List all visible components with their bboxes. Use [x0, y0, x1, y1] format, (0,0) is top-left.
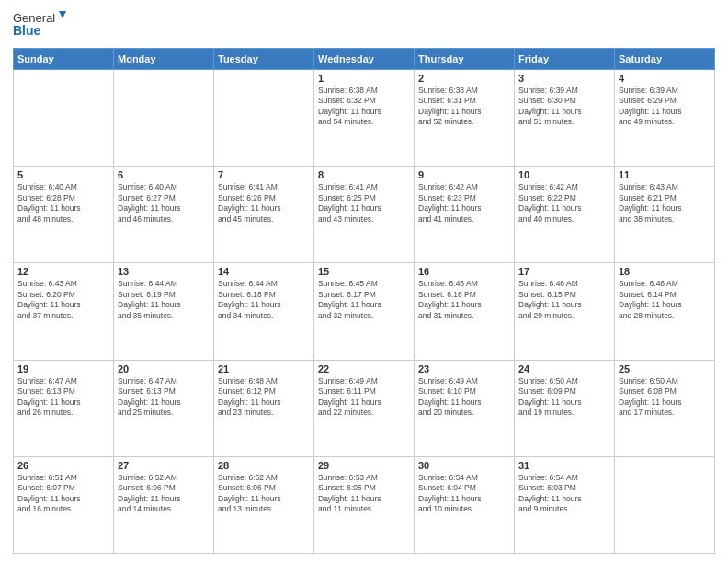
- calendar-cell: 5Sunrise: 6:40 AM Sunset: 6:28 PM Daylig…: [14, 167, 114, 263]
- logo: General Blue: [13, 9, 68, 42]
- day-number: 26: [17, 460, 109, 471]
- calendar-cell: 21Sunrise: 6:48 AM Sunset: 6:12 PM Dayli…: [214, 360, 314, 456]
- day-number: 27: [118, 460, 210, 471]
- day-number: 8: [318, 169, 410, 180]
- day-info: Sunrise: 6:53 AM Sunset: 6:05 PM Dayligh…: [318, 473, 410, 515]
- calendar-cell: 3Sunrise: 6:39 AM Sunset: 6:30 PM Daylig…: [515, 70, 615, 167]
- day-info: Sunrise: 6:41 AM Sunset: 6:26 PM Dayligh…: [218, 182, 310, 224]
- weekday-header-wednesday: Wednesday: [314, 49, 415, 70]
- calendar-cell: 28Sunrise: 6:52 AM Sunset: 6:06 PM Dayli…: [214, 456, 314, 553]
- day-info: Sunrise: 6:54 AM Sunset: 6:04 PM Dayligh…: [418, 473, 510, 515]
- day-info: Sunrise: 6:38 AM Sunset: 6:31 PM Dayligh…: [418, 86, 510, 128]
- calendar-cell: [114, 70, 214, 167]
- calendar-cell: 6Sunrise: 6:40 AM Sunset: 6:27 PM Daylig…: [114, 167, 214, 263]
- day-info: Sunrise: 6:51 AM Sunset: 6:07 PM Dayligh…: [17, 473, 109, 515]
- calendar-cell: [14, 70, 114, 167]
- day-number: 5: [17, 169, 109, 180]
- weekday-header-saturday: Saturday: [615, 49, 715, 70]
- day-info: Sunrise: 6:45 AM Sunset: 6:16 PM Dayligh…: [418, 279, 510, 321]
- day-info: Sunrise: 6:46 AM Sunset: 6:15 PM Dayligh…: [518, 279, 610, 321]
- day-info: Sunrise: 6:49 AM Sunset: 6:10 PM Dayligh…: [418, 376, 510, 419]
- day-info: Sunrise: 6:54 AM Sunset: 6:03 PM Dayligh…: [518, 473, 610, 515]
- calendar-cell: 9Sunrise: 6:42 AM Sunset: 6:23 PM Daylig…: [415, 167, 515, 263]
- svg-text:Blue: Blue: [13, 23, 41, 38]
- calendar-cell: 16Sunrise: 6:45 AM Sunset: 6:16 PM Dayli…: [415, 263, 515, 360]
- day-number: 22: [318, 363, 410, 374]
- weekday-header-sunday: Sunday: [14, 49, 114, 70]
- day-info: Sunrise: 6:46 AM Sunset: 6:14 PM Dayligh…: [619, 279, 711, 321]
- day-info: Sunrise: 6:44 AM Sunset: 6:19 PM Dayligh…: [118, 279, 210, 321]
- day-number: 23: [418, 363, 510, 374]
- day-info: Sunrise: 6:47 AM Sunset: 6:13 PM Dayligh…: [118, 376, 210, 419]
- day-info: Sunrise: 6:41 AM Sunset: 6:25 PM Dayligh…: [318, 182, 410, 224]
- calendar-cell: 13Sunrise: 6:44 AM Sunset: 6:19 PM Dayli…: [114, 263, 214, 360]
- calendar-cell: 29Sunrise: 6:53 AM Sunset: 6:05 PM Dayli…: [314, 456, 415, 553]
- calendar-cell: 30Sunrise: 6:54 AM Sunset: 6:04 PM Dayli…: [415, 456, 515, 553]
- day-number: 29: [318, 460, 410, 471]
- day-info: Sunrise: 6:50 AM Sunset: 6:08 PM Dayligh…: [619, 376, 711, 419]
- calendar-cell: 14Sunrise: 6:44 AM Sunset: 6:18 PM Dayli…: [214, 263, 314, 360]
- weekday-header-friday: Friday: [515, 49, 615, 70]
- logo-svg: General Blue: [13, 9, 68, 42]
- day-number: 28: [218, 460, 310, 471]
- weekday-header-thursday: Thursday: [415, 49, 515, 70]
- calendar-cell: 12Sunrise: 6:43 AM Sunset: 6:20 PM Dayli…: [14, 263, 114, 360]
- day-number: 25: [619, 363, 711, 374]
- calendar-cell: 20Sunrise: 6:47 AM Sunset: 6:13 PM Dayli…: [114, 360, 214, 456]
- calendar-cell: 8Sunrise: 6:41 AM Sunset: 6:25 PM Daylig…: [314, 167, 415, 263]
- calendar-cell: 15Sunrise: 6:45 AM Sunset: 6:17 PM Dayli…: [314, 263, 415, 360]
- calendar-cell: 4Sunrise: 6:39 AM Sunset: 6:29 PM Daylig…: [615, 70, 715, 167]
- day-info: Sunrise: 6:43 AM Sunset: 6:20 PM Dayligh…: [17, 279, 109, 321]
- calendar-cell: 2Sunrise: 6:38 AM Sunset: 6:31 PM Daylig…: [415, 70, 515, 167]
- day-info: Sunrise: 6:45 AM Sunset: 6:17 PM Dayligh…: [318, 279, 410, 321]
- calendar-cell: 19Sunrise: 6:47 AM Sunset: 6:13 PM Dayli…: [14, 360, 114, 456]
- day-number: 4: [619, 73, 711, 84]
- day-number: 21: [218, 363, 310, 374]
- day-info: Sunrise: 6:52 AM Sunset: 6:06 PM Dayligh…: [218, 473, 310, 515]
- day-info: Sunrise: 6:49 AM Sunset: 6:11 PM Dayligh…: [318, 376, 410, 419]
- header: General Blue: [13, 9, 715, 42]
- calendar-cell: 23Sunrise: 6:49 AM Sunset: 6:10 PM Dayli…: [415, 360, 515, 456]
- calendar-cell: 26Sunrise: 6:51 AM Sunset: 6:07 PM Dayli…: [14, 456, 114, 553]
- calendar-cell: [615, 456, 715, 553]
- svg-marker-2: [59, 11, 66, 18]
- calendar-cell: 27Sunrise: 6:52 AM Sunset: 6:06 PM Dayli…: [114, 456, 214, 553]
- day-info: Sunrise: 6:40 AM Sunset: 6:27 PM Dayligh…: [118, 182, 210, 224]
- weekday-header-monday: Monday: [114, 49, 214, 70]
- day-number: 13: [118, 266, 210, 277]
- day-number: 31: [518, 460, 610, 471]
- calendar-cell: 11Sunrise: 6:43 AM Sunset: 6:21 PM Dayli…: [615, 167, 715, 263]
- calendar-cell: 1Sunrise: 6:38 AM Sunset: 6:32 PM Daylig…: [314, 70, 415, 167]
- calendar-cell: 7Sunrise: 6:41 AM Sunset: 6:26 PM Daylig…: [214, 167, 314, 263]
- day-info: Sunrise: 6:43 AM Sunset: 6:21 PM Dayligh…: [619, 182, 711, 224]
- day-info: Sunrise: 6:48 AM Sunset: 6:12 PM Dayligh…: [218, 376, 310, 419]
- calendar-cell: [214, 70, 314, 167]
- calendar: SundayMondayTuesdayWednesdayThursdayFrid…: [13, 48, 715, 554]
- day-number: 14: [218, 266, 310, 277]
- day-number: 20: [118, 363, 210, 374]
- day-number: 24: [518, 363, 610, 374]
- day-info: Sunrise: 6:50 AM Sunset: 6:09 PM Dayligh…: [518, 376, 610, 419]
- day-info: Sunrise: 6:42 AM Sunset: 6:22 PM Dayligh…: [518, 182, 610, 224]
- weekday-header-tuesday: Tuesday: [214, 49, 314, 70]
- day-number: 9: [418, 169, 510, 180]
- day-number: 1: [318, 73, 410, 84]
- calendar-cell: 24Sunrise: 6:50 AM Sunset: 6:09 PM Dayli…: [515, 360, 615, 456]
- calendar-cell: 10Sunrise: 6:42 AM Sunset: 6:22 PM Dayli…: [515, 167, 615, 263]
- day-info: Sunrise: 6:39 AM Sunset: 6:29 PM Dayligh…: [619, 86, 711, 128]
- calendar-cell: 18Sunrise: 6:46 AM Sunset: 6:14 PM Dayli…: [615, 263, 715, 360]
- day-number: 7: [218, 169, 310, 180]
- calendar-cell: 22Sunrise: 6:49 AM Sunset: 6:11 PM Dayli…: [314, 360, 415, 456]
- calendar-cell: 17Sunrise: 6:46 AM Sunset: 6:15 PM Dayli…: [515, 263, 615, 360]
- day-info: Sunrise: 6:39 AM Sunset: 6:30 PM Dayligh…: [518, 86, 610, 128]
- day-info: Sunrise: 6:47 AM Sunset: 6:13 PM Dayligh…: [17, 376, 109, 419]
- day-number: 11: [619, 169, 711, 180]
- day-info: Sunrise: 6:38 AM Sunset: 6:32 PM Dayligh…: [318, 86, 410, 128]
- day-info: Sunrise: 6:52 AM Sunset: 6:06 PM Dayligh…: [118, 473, 210, 515]
- day-number: 10: [518, 169, 610, 180]
- calendar-cell: 25Sunrise: 6:50 AM Sunset: 6:08 PM Dayli…: [615, 360, 715, 456]
- day-number: 15: [318, 266, 410, 277]
- day-number: 6: [118, 169, 210, 180]
- day-info: Sunrise: 6:40 AM Sunset: 6:28 PM Dayligh…: [17, 182, 109, 224]
- calendar-cell: 31Sunrise: 6:54 AM Sunset: 6:03 PM Dayli…: [515, 456, 615, 553]
